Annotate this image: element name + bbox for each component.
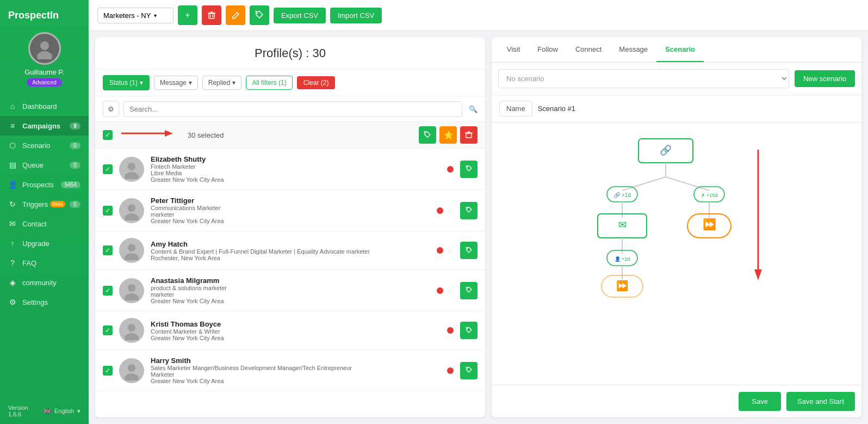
- profile-action-button[interactable]: [460, 161, 478, 178]
- search-input[interactable]: [123, 101, 462, 117]
- star-icon[interactable]: ☆: [447, 246, 454, 255]
- status-indicator: [447, 367, 454, 374]
- svg-point-24: [125, 293, 139, 300]
- scenario-name-value: Scenario #1: [538, 105, 575, 113]
- tab-connect[interactable]: Connect: [567, 38, 610, 62]
- tab-visit[interactable]: Visit: [498, 38, 529, 62]
- sidebar-item-campaigns[interactable]: ≡ Campaigns 9: [0, 116, 89, 136]
- sidebar-item-label: community: [22, 279, 57, 287]
- save-and-start-button[interactable]: Save and Start: [786, 392, 855, 411]
- svg-point-31: [467, 368, 468, 369]
- sidebar-item-scenario[interactable]: ⬡ Scenario 0: [0, 136, 89, 155]
- select-all-checkbox[interactable]: ✓: [103, 130, 113, 140]
- row-checkbox[interactable]: ✓: [103, 206, 113, 216]
- queue-badge: 0: [70, 162, 80, 169]
- search-settings-button[interactable]: ⚙: [103, 101, 119, 117]
- profile-action-button[interactable]: [460, 242, 478, 259]
- row-checkbox[interactable]: ✓: [103, 245, 113, 255]
- profile-info: Harry Smith Sales Marketer Manger/Busine…: [151, 357, 441, 384]
- row-checkbox[interactable]: ✓: [103, 286, 113, 296]
- sidebar-item-community[interactable]: ◈ community: [0, 273, 89, 292]
- avatar: [119, 157, 144, 182]
- status-filter-label: Status (1): [109, 79, 138, 87]
- svg-point-30: [125, 373, 139, 380]
- profile-location: Rochester, New York Area: [151, 255, 430, 261]
- svg-text:✉: ✉: [618, 219, 627, 230]
- sidebar-item-dashboard[interactable]: ⌂ Dashboard: [0, 96, 89, 116]
- svg-point-18: [125, 213, 139, 220]
- profile-action-button[interactable]: [460, 362, 478, 379]
- tag-button[interactable]: [250, 5, 269, 25]
- svg-marker-9: [165, 130, 173, 137]
- sidebar-item-label: Upgrade: [22, 239, 49, 248]
- star-icon[interactable]: ☆: [447, 206, 454, 215]
- profile-title: Fintech Marketer: [151, 163, 441, 170]
- profile-action-button[interactable]: [460, 282, 478, 299]
- add-button[interactable]: +: [178, 5, 197, 25]
- sidebar-item-prospects[interactable]: 👤 Prospects 5454: [0, 175, 89, 194]
- profile-name: Harry Smith: [151, 357, 441, 365]
- save-button[interactable]: Save: [739, 392, 781, 411]
- row-checkbox[interactable]: ✓: [103, 164, 113, 174]
- language-label[interactable]: English: [54, 408, 74, 414]
- replied-filter-button[interactable]: Replied ▾: [202, 76, 242, 90]
- status-filter-button[interactable]: Status (1) ▾: [103, 75, 150, 90]
- import-csv-button[interactable]: Import CSV: [330, 8, 382, 23]
- status-indicator: [437, 287, 443, 294]
- svg-point-16: [467, 167, 468, 168]
- sidebar-item-contact[interactable]: ✉ Contact: [0, 214, 89, 233]
- tab-scenario[interactable]: Scenario: [656, 38, 704, 62]
- row-checkbox[interactable]: ✓: [103, 366, 113, 376]
- scenario-tabs: Visit Follow Connect Message Scenario: [492, 38, 861, 63]
- new-scenario-button[interactable]: New scenario: [795, 70, 855, 87]
- svg-text:⏩: ⏩: [703, 218, 716, 231]
- status-indicator: [447, 327, 454, 334]
- message-filter-chevron: ▾: [189, 79, 192, 87]
- tab-message[interactable]: Message: [610, 38, 656, 62]
- edit-button[interactable]: [226, 5, 245, 25]
- bulk-star-button[interactable]: ⭐: [439, 126, 457, 144]
- campaigns-badge: 9: [70, 122, 80, 130]
- profile-info: Peter Tittiger Communications Marketer m…: [151, 196, 430, 224]
- profile-action-button[interactable]: [460, 202, 478, 219]
- svg-rect-2: [209, 14, 214, 19]
- sidebar-item-label: FAQ: [22, 259, 36, 267]
- status-indicator: [437, 207, 443, 214]
- search-icon[interactable]: 🔍: [469, 105, 478, 113]
- replied-filter-chevron: ▾: [232, 79, 235, 87]
- triggers-icon: ↻: [8, 200, 17, 208]
- sidebar-item-label: Scenario: [22, 142, 50, 150]
- sidebar-item-settings[interactable]: ⚙ Settings: [0, 292, 89, 312]
- scenario-select[interactable]: No scenario: [498, 69, 789, 88]
- message-filter-label: Message: [160, 79, 187, 87]
- svg-point-19: [467, 208, 468, 209]
- clear-filters-button[interactable]: Clear (2): [297, 76, 336, 89]
- bulk-tag-button[interactable]: [419, 126, 436, 144]
- sidebar-item-triggers[interactable]: ↻ Triggers Beta 0: [0, 194, 89, 214]
- all-filters-button[interactable]: All filters (1): [246, 76, 292, 90]
- tab-follow[interactable]: Follow: [529, 38, 567, 62]
- scenario-icon: ⬡: [8, 141, 17, 150]
- campaigns-icon: ≡: [8, 121, 17, 130]
- sidebar-item-faq[interactable]: ? FAQ: [0, 253, 89, 273]
- profile-company: marketer: [151, 291, 430, 298]
- profiles-title: Profile(s) : 30: [95, 38, 485, 70]
- scenario-panel: Visit Follow Connect Message Scenario No…: [492, 38, 861, 417]
- svg-point-0: [40, 41, 49, 50]
- star-icon[interactable]: ☆: [447, 286, 454, 295]
- svg-point-15: [125, 172, 139, 179]
- campaign-selector[interactable]: Marketers - NY ▾: [97, 8, 173, 23]
- bulk-delete-button[interactable]: [460, 126, 478, 144]
- sidebar-item-queue[interactable]: ▤ Queue 0: [0, 155, 89, 175]
- export-csv-button[interactable]: Export CSV: [274, 8, 326, 23]
- search-bar: ⚙ 🔍: [95, 96, 485, 122]
- svg-text:✗ +15d: ✗ +15d: [701, 193, 718, 198]
- selected-count: 30 selected: [188, 131, 419, 139]
- row-checkbox[interactable]: ✓: [103, 325, 113, 335]
- profile-status: ☆: [437, 286, 454, 295]
- table-row: ✓ Harry Smith Sales Marketer Manger/Busi…: [95, 350, 485, 391]
- message-filter-button[interactable]: Message ▾: [154, 76, 198, 90]
- profile-action-button[interactable]: [460, 322, 478, 339]
- sidebar-item-upgrade[interactable]: ↑ Upgrade: [0, 233, 89, 253]
- delete-button[interactable]: [202, 5, 221, 25]
